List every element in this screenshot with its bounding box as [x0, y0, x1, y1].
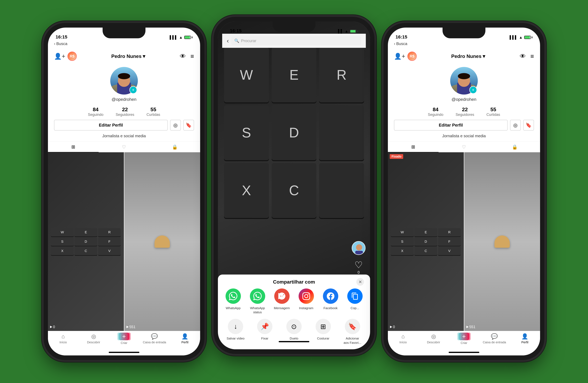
- video-grid: W E R S D F X C V 0: [48, 152, 200, 331]
- share-app-mensagem[interactable]: Mensagem: [270, 289, 294, 314]
- notch-right: [442, 28, 485, 38]
- home-icon: ⌂: [62, 333, 65, 340]
- username-text-right: Pedro Nunes: [451, 53, 482, 59]
- video-thumb-2-right[interactable]: 551: [464, 152, 540, 331]
- share-close-btn[interactable]: ✕: [356, 278, 364, 286]
- nav-discover[interactable]: ◎ Descobrir: [78, 331, 109, 346]
- busca-back-bar-right: ‹ Busca: [388, 41, 540, 48]
- nav-home[interactable]: ⌂ Início: [48, 331, 78, 346]
- key-r: R: [98, 228, 121, 237]
- svg-point-4: [118, 73, 130, 79]
- key-c: C: [75, 247, 97, 255]
- avatar-section-right: + @opedrohen: [388, 64, 540, 103]
- busca-back-right[interactable]: ‹ Busca: [394, 41, 407, 46]
- instagram-link-btn[interactable]: ◎: [170, 120, 181, 131]
- menu-icon-right[interactable]: ≡: [530, 53, 534, 60]
- avatar-section: + @opedrohen: [48, 64, 200, 103]
- keyboard-visual: W E R S D F X C V: [48, 225, 124, 258]
- create-button[interactable]: +: [119, 333, 129, 340]
- bg-key-r: R: [319, 47, 364, 103]
- share-app-copy[interactable]: Cop...: [343, 289, 367, 314]
- tab-videos[interactable]: ⊞: [48, 142, 99, 152]
- chevron-down-icon-right: ▾: [483, 53, 485, 59]
- key-r-r: R: [438, 228, 461, 237]
- followers-label: Seguidores: [116, 113, 134, 117]
- add-user-icon[interactable]: 👤+: [54, 53, 65, 60]
- avatar-plus-btn[interactable]: +: [129, 86, 137, 94]
- video-thumb-1-right[interactable]: W E R S D F X C V Fixado 0: [388, 152, 464, 331]
- nav-profile-right[interactable]: 👤 Perfil: [510, 331, 540, 346]
- following-label-right: Seguindo: [428, 113, 443, 117]
- nav-home-right[interactable]: ⌂ Início: [388, 331, 418, 346]
- tab-liked-right[interactable]: ♡: [439, 142, 489, 152]
- eye-icon-right[interactable]: 👁: [520, 53, 526, 60]
- avatar-plus-btn-right[interactable]: +: [469, 86, 477, 94]
- stat-likes[interactable]: 55 Curtidas: [147, 107, 160, 117]
- bread-visual-right: [464, 152, 540, 331]
- pin-icon: 📌: [261, 322, 269, 330]
- stat-following[interactable]: 84 Seguindo: [88, 107, 103, 117]
- signal-icon: ▌▌▌: [170, 35, 177, 40]
- stat-followers-right[interactable]: 22 Seguidores: [456, 107, 474, 117]
- share-app-whatsapp-status[interactable]: WhatsAppstatus: [245, 289, 270, 314]
- back-icon-middle[interactable]: ‹: [227, 37, 229, 44]
- video-poster-avatar[interactable]: [352, 241, 365, 255]
- edit-profile-btn[interactable]: Editar Perfil: [54, 120, 168, 131]
- search-input[interactable]: 🔍 Procurar: [231, 36, 361, 45]
- nav-create[interactable]: + Criar: [109, 331, 139, 346]
- key-v-r: V: [438, 247, 461, 255]
- tab-liked[interactable]: ♡: [99, 142, 149, 152]
- svg-rect-7: [355, 251, 363, 255]
- stat-followers[interactable]: 22 Seguidores: [116, 107, 134, 117]
- copy-icon: [347, 289, 363, 304]
- grid-icon-right: ⊞: [411, 144, 415, 150]
- eye-icon[interactable]: 👁: [180, 53, 186, 60]
- heart-btn[interactable]: ♡ 0: [355, 260, 363, 274]
- bookmark-icon: 🔖: [186, 122, 192, 128]
- wifi-icon-middle: ▲: [345, 29, 348, 33]
- bg-key-c: C: [272, 163, 316, 218]
- share-sheet: Compartilhar com ✕ WhatsApp: [218, 274, 370, 349]
- home-indicator-middle: [218, 338, 370, 345]
- following-count-right: 84: [433, 107, 439, 113]
- followers-count-right: 22: [462, 107, 468, 113]
- stats-row-right: 84 Seguindo 22 Seguidores 55 Curtidas: [388, 103, 540, 120]
- video-count-2: 551: [126, 325, 136, 329]
- bottom-nav: ⌂ Início ◎ Descobrir + Criar 💬 Caixa de …: [48, 331, 200, 349]
- app-content: 👤+ R$ Pedro Nunes ▾ 👁 ≡: [48, 48, 200, 355]
- nav-inbox[interactable]: 💬 Caixa de entrada: [139, 331, 170, 346]
- tab-private[interactable]: 🔒: [149, 142, 200, 152]
- likes-label-right: Curtidas: [486, 113, 500, 117]
- nav-profile[interactable]: 👤 Perfil: [170, 331, 200, 346]
- video-thumb-2[interactable]: 551: [124, 152, 200, 331]
- nav-create-right[interactable]: + Criar: [449, 331, 479, 346]
- share-app-facebook[interactable]: Facebook: [318, 289, 343, 314]
- add-user-icon-right[interactable]: 👤+: [394, 53, 405, 60]
- likes-label: Curtidas: [147, 113, 160, 117]
- stat-following-right[interactable]: 84 Seguindo: [428, 107, 443, 117]
- bookmark-btn-right[interactable]: 🔖: [523, 120, 534, 131]
- profile-header: 👤+ R$ Pedro Nunes ▾ 👁 ≡: [48, 48, 200, 64]
- key-d-r: D: [415, 237, 437, 246]
- favoritos-icon: 🔖: [345, 319, 360, 334]
- username-display-right[interactable]: Pedro Nunes ▾: [451, 53, 485, 59]
- stat-likes-right[interactable]: 55 Curtidas: [486, 107, 500, 117]
- edit-profile-btn-right[interactable]: Editar Perfil: [394, 120, 508, 131]
- tab-private-right[interactable]: 🔒: [489, 142, 540, 152]
- instagram-link-btn-right[interactable]: ◎: [510, 120, 521, 131]
- video-thumb-1[interactable]: W E R S D F X C V 0: [48, 152, 124, 331]
- tab-videos-right[interactable]: ⊞: [388, 142, 439, 152]
- bookmark-btn[interactable]: 🔖: [183, 120, 194, 131]
- notch-middle: [273, 22, 315, 32]
- share-app-instagram[interactable]: Instagram: [294, 289, 318, 314]
- share-app-whatsapp[interactable]: WhatsApp: [221, 289, 245, 314]
- busca-back[interactable]: ‹ Busca: [54, 41, 67, 46]
- create-button-right[interactable]: +: [459, 333, 469, 340]
- nav-inbox-right[interactable]: 💬 Caixa de entrada: [479, 331, 510, 346]
- instagram-icon: [299, 289, 314, 304]
- whatsapp-status-icon: [250, 289, 265, 304]
- mensagem-icon: [274, 289, 290, 304]
- menu-icon[interactable]: ≡: [190, 53, 194, 60]
- nav-discover-right[interactable]: ◎ Descobrir: [418, 331, 449, 346]
- username-display[interactable]: Pedro Nunes ▾: [111, 53, 145, 59]
